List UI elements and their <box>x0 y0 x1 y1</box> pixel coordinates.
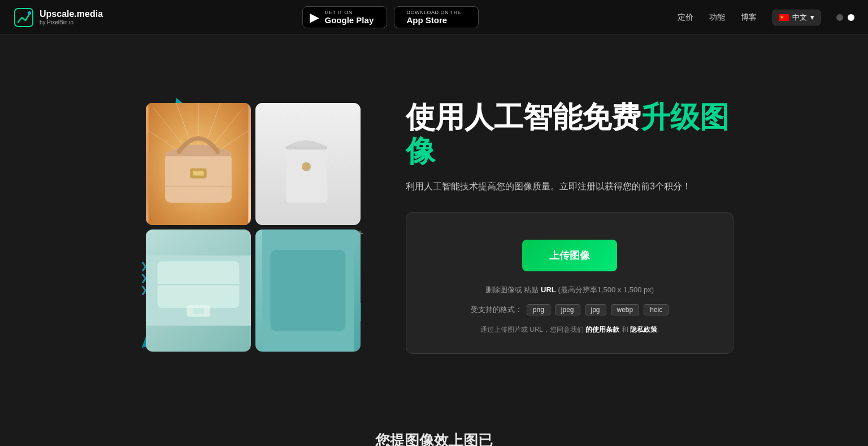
app-store-badge[interactable]: Download on the App Store <box>394 6 479 28</box>
nav-center: ▶ GET IT ON Google Play Download on the … <box>302 6 479 28</box>
formats-label: 受支持的格式： <box>471 305 522 315</box>
image-cell-3 <box>146 230 251 352</box>
image-grid <box>146 103 361 352</box>
svg-rect-25 <box>270 250 345 331</box>
navbar: Upscale.media by PixelBin.io ▶ GET IT ON… <box>0 0 868 35</box>
toggle-dot-2[interactable] <box>848 14 854 21</box>
google-play-icon: ▶ <box>310 11 319 24</box>
chevron-down-icon: ▾ <box>810 13 814 21</box>
logo-icon <box>14 7 34 28</box>
language-label: 中文 <box>792 12 807 23</box>
format-jpeg: jpeg <box>555 304 580 315</box>
svg-rect-16 <box>286 146 328 150</box>
svg-rect-23 <box>193 308 205 314</box>
bag-svg <box>146 103 251 225</box>
svg-rect-0 <box>15 8 33 27</box>
logo-text: Upscale.media by PixelBin.io <box>40 9 103 25</box>
app-store-line2: App Store <box>407 15 462 25</box>
upload-terms: 通过上传图片或 URL，您同意我们 的使用条款 和 隐私政策. <box>429 324 710 335</box>
app-store-line1: Download on the <box>407 10 462 15</box>
image-cell-1 <box>146 103 251 225</box>
svg-point-1 <box>28 11 31 15</box>
google-play-line2: Google Play <box>325 15 374 25</box>
supported-formats: 受支持的格式： png jpeg jpg webp heic <box>429 304 710 315</box>
app-store-text: Download on the App Store <box>407 10 462 25</box>
hero-section: ✳ + ❯❯ ❯❯ ❯❯ ❯❯ ❯❯ ❯❯ <box>0 35 868 419</box>
logo-title: Upscale.media <box>40 9 103 19</box>
google-play-text: GET IT ON Google Play <box>325 10 374 25</box>
google-play-line1: GET IT ON <box>325 10 374 15</box>
china-flag-icon <box>779 14 789 21</box>
nav-blog[interactable]: 博客 <box>741 12 757 23</box>
bag-3-svg <box>146 230 251 352</box>
svg-rect-15 <box>286 148 328 203</box>
format-jpg: jpg <box>585 304 606 315</box>
logo[interactable]: Upscale.media by PixelBin.io <box>14 7 103 28</box>
language-selector[interactable]: 中文 ▾ <box>772 10 821 25</box>
nav-pricing[interactable]: 定价 <box>678 12 693 23</box>
upload-hint-url: URL <box>541 285 556 294</box>
image-cell-2 <box>255 103 361 225</box>
upload-box: 上传图像 删除图像或 粘贴 URL (最高分辨率1,500 x 1,500 px… <box>406 212 734 354</box>
privacy-policy-link[interactable]: 隐私政策 <box>630 326 657 334</box>
hero-title-main: 使用人工智能免费 <box>406 101 641 133</box>
svg-rect-18 <box>302 166 311 168</box>
hero-content: 使用人工智能免费升级图像 利用人工智能技术提高您的图像质量。立即注册以获得您的前… <box>406 101 734 354</box>
google-play-badge[interactable]: ▶ GET IT ON Google Play <box>302 6 387 28</box>
terms-of-use-link[interactable]: 的使用条款 <box>585 326 619 334</box>
nav-features[interactable]: 功能 <box>709 12 725 23</box>
format-webp: webp <box>611 304 640 315</box>
upload-hint: 删除图像或 粘贴 URL (最高分辨率1,500 x 1,500 px) <box>429 285 710 295</box>
upload-hint-text: 删除图像或 粘贴 <box>485 285 541 294</box>
svg-rect-11 <box>165 151 232 156</box>
logo-subtitle: by PixelBin.io <box>40 19 103 25</box>
upload-button[interactable]: 上传图像 <box>522 240 617 271</box>
format-heic: heic <box>644 304 669 315</box>
nav-right: 定价 功能 博客 中文 ▾ <box>678 10 854 25</box>
bag-4-svg <box>255 230 361 352</box>
hero-image-collage: ✳ + ❯❯ ❯❯ ❯❯ ❯❯ ❯❯ ❯❯ <box>134 92 372 363</box>
hero-title: 使用人工智能免费升级图像 <box>406 101 734 168</box>
bottom-title: 您提图像效上图已 <box>375 432 493 446</box>
hero-subtitle: 利用人工智能技术提高您的图像质量。立即注册以获得您的前3个积分！ <box>406 179 734 194</box>
toggle-dot-1[interactable] <box>836 14 843 21</box>
bottom-section-hint: 您提图像效上图已 <box>0 419 868 446</box>
format-png: png <box>527 304 550 315</box>
bag-2-svg <box>255 103 361 225</box>
nav-toggles <box>836 14 854 21</box>
image-cell-4 <box>255 230 361 352</box>
svg-rect-13 <box>193 171 204 176</box>
upload-hint-rest: (最高分辨率1,500 x 1,500 px) <box>556 285 654 294</box>
